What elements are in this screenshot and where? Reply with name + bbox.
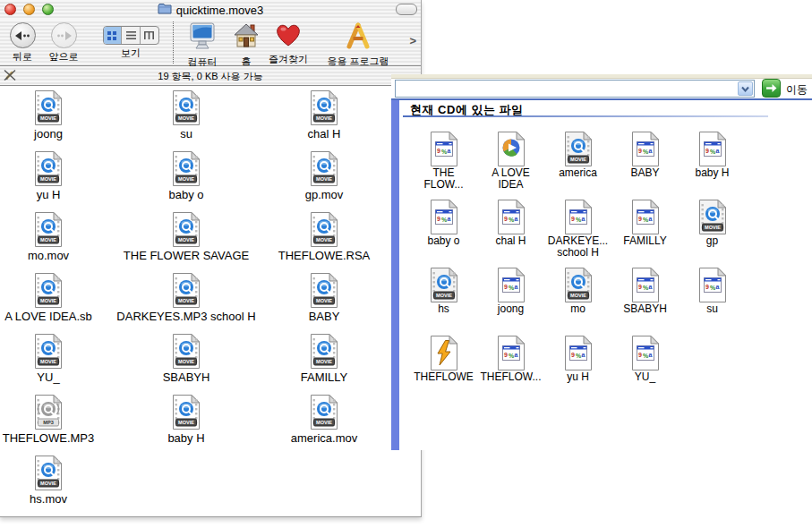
header-underline — [403, 115, 768, 117]
winamp-icon — [430, 335, 458, 370]
file-item[interactable]: 9%aTHEFLOW... — [477, 329, 544, 397]
file-item[interactable]: THEFLOWE — [410, 329, 477, 397]
svg-text:9: 9 — [638, 216, 642, 222]
go-button[interactable] — [762, 79, 781, 98]
file-item[interactable]: 9%aSBABYH — [611, 261, 679, 329]
qt-movie-icon: MOVIE — [172, 211, 201, 248]
svg-text:9: 9 — [638, 148, 642, 154]
file-item[interactable]: 9%aYU_ — [611, 329, 679, 397]
file-item[interactable]: MOVIETHE FLOWER SAVAGE — [117, 209, 255, 269]
finder-titlebar[interactable]: quicktime.move3 — [0, 0, 421, 20]
file-item[interactable]: 9%ababy H — [679, 125, 746, 193]
file-item[interactable]: MOVIEmo — [544, 261, 611, 329]
address-input[interactable] — [397, 81, 736, 96]
file-item[interactable]: MOVIEDARKEYES.MP3 school H — [117, 269, 255, 330]
svg-text:MOVIE: MOVIE — [178, 237, 194, 243]
file-item[interactable]: MOVIEchal H — [255, 87, 393, 148]
svg-text:MOVIE: MOVIE — [316, 298, 332, 303]
file-item[interactable]: 9%aFAMILLY — [611, 193, 679, 261]
file-item[interactable]: MOVIEamerica — [544, 125, 611, 193]
file-label: mo — [570, 303, 585, 315]
qt-movie-icon: MOVIE — [34, 272, 63, 309]
svg-text:9: 9 — [705, 284, 709, 290]
svg-text:MOVIE: MOVIE — [178, 176, 194, 182]
close-button[interactable] — [4, 4, 16, 15]
applications-button[interactable]: 응용 프로그램 — [321, 22, 396, 68]
file-item[interactable]: 9%aBABY — [611, 125, 679, 193]
file-label: joong — [498, 303, 524, 315]
file-item[interactable]: MOVIEbaby H — [117, 391, 255, 452]
toolbar-overflow-chevron[interactable]: > — [409, 34, 416, 47]
file-item[interactable]: MP3THEFLOWE.MP3 — [0, 391, 117, 452]
file-item[interactable]: MOVIEYU_ — [0, 330, 117, 391]
html-icon: 9%a — [430, 131, 458, 166]
file-item[interactable]: MOVIEgp — [679, 193, 746, 261]
go-button-label[interactable]: 이동 — [786, 82, 808, 98]
qt-movie-icon: MOVIE — [310, 150, 338, 187]
file-label: yu H — [567, 371, 589, 383]
file-item[interactable]: 9%asu — [679, 261, 746, 329]
address-combobox[interactable] — [395, 80, 755, 98]
svg-text:a: a — [648, 284, 652, 290]
file-item[interactable]: MOVIEsu — [117, 87, 255, 148]
cd-file-grid: 9%aTHE FLOW...A LOVE IDEAMOVIEamerica9%a… — [410, 125, 746, 397]
svg-text:MOVIE: MOVIE — [569, 157, 585, 162]
qt-movie-icon: MOVIE — [34, 211, 63, 248]
file-item[interactable]: MOVIEmo.mov — [0, 209, 117, 269]
file-item[interactable]: MOVIESBABYH — [117, 330, 255, 391]
forward-arrow-icon — [51, 22, 77, 48]
file-label: BABY — [630, 167, 659, 179]
zoom-button[interactable] — [42, 4, 54, 15]
file-item[interactable]: 9%aDARKEYE... school H — [544, 193, 611, 261]
file-label: YU_ — [635, 371, 655, 383]
file-item[interactable]: 9%ajoong — [477, 261, 544, 329]
file-item[interactable]: MOVIEamerica.mov — [255, 391, 393, 452]
svg-text:a: a — [581, 216, 585, 222]
file-label: su — [706, 303, 718, 315]
toolbar-toggle-pill[interactable] — [396, 4, 417, 15]
file-item[interactable]: MOVIEhs — [410, 261, 477, 329]
file-item[interactable]: 9%ababy o — [410, 193, 477, 261]
panel-top-line — [391, 98, 812, 100]
file-label: baby H — [695, 167, 729, 179]
qt-movie-xp-icon: MOVIE — [698, 199, 727, 234]
svg-text:MOVIE: MOVIE — [178, 298, 194, 303]
file-item[interactable]: MOVIEyu H — [0, 148, 117, 209]
file-item[interactable]: A LOVE IDEA — [477, 125, 544, 193]
file-item[interactable]: MOVIETHEFLOWE.RSA — [255, 209, 393, 269]
favorites-button[interactable]: 즐겨찾기 — [260, 22, 317, 66]
file-item[interactable]: MOVIEgp.mov — [255, 148, 393, 209]
file-item[interactable]: MOVIEFAMILLY — [255, 330, 393, 391]
file-label: A LOVE IDEA.sb — [4, 310, 92, 323]
combo-dropdown-button[interactable] — [738, 81, 753, 96]
view-label: 보기 — [121, 47, 141, 60]
file-item[interactable]: MOVIEBABY — [255, 269, 393, 330]
file-label: baby o — [427, 235, 459, 247]
html-icon: 9%a — [497, 199, 526, 234]
file-label: THEFLOWE.MP3 — [3, 431, 95, 445]
back-label: 뒤로 — [13, 50, 32, 64]
list-view-button[interactable] — [121, 27, 140, 44]
svg-text:MOVIE: MOVIE — [316, 420, 332, 425]
file-label: THEFLOW... — [480, 371, 541, 383]
icon-view-button[interactable] — [104, 27, 122, 44]
svg-text:9: 9 — [638, 284, 642, 290]
qt-movie-icon: MOVIE — [310, 333, 338, 370]
forward-button[interactable]: 앞으로 — [35, 22, 92, 64]
file-item[interactable]: 9%aTHE FLOW... — [410, 125, 477, 193]
file-item[interactable]: 9%achal H — [477, 193, 544, 261]
svg-text:a: a — [514, 216, 517, 222]
minimize-button[interactable] — [23, 4, 35, 15]
file-item[interactable]: 9%ayu H — [544, 329, 611, 397]
svg-text:9: 9 — [504, 352, 508, 358]
svg-text:a: a — [447, 148, 450, 154]
file-item[interactable]: MOVIEA LOVE IDEA.sb — [0, 269, 117, 330]
html-icon: 9%a — [497, 267, 526, 302]
svg-text:9: 9 — [504, 284, 508, 290]
file-item[interactable]: MOVIEhs.mov — [0, 452, 117, 513]
file-item[interactable]: MOVIEjoong — [0, 87, 117, 148]
svg-text:9: 9 — [437, 148, 440, 154]
file-item[interactable]: MOVIEbaby o — [117, 148, 255, 209]
column-view-button[interactable] — [140, 27, 158, 44]
file-label: america — [559, 167, 597, 179]
